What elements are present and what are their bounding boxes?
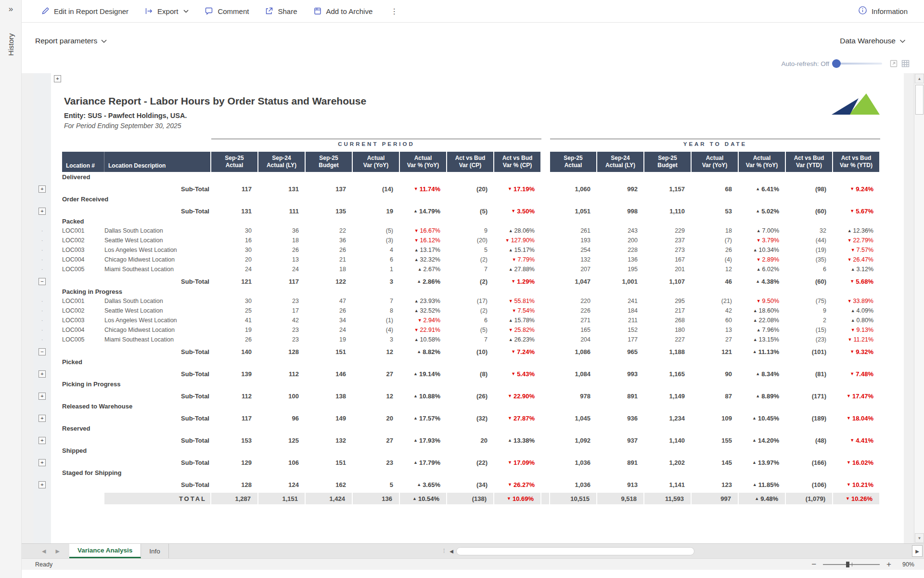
order-status-label: Packing in Progress <box>62 287 211 296</box>
scroll-left-icon[interactable]: ◀ <box>449 549 453 554</box>
value-cell: 136 <box>597 255 644 264</box>
subtotal-row: +Sub-Total1179614920▲17.57%(32)▼27.87%1,… <box>34 413 895 423</box>
value-cell: (20) <box>447 184 494 194</box>
value-cell: 4 <box>353 245 400 255</box>
tab-info[interactable]: Info <box>141 544 169 558</box>
outline-level-dot: · <box>41 298 43 304</box>
location-number-cell: LOC003 <box>62 315 104 325</box>
zoom-slider[interactable] <box>823 564 880 565</box>
location-row: ·LOC002Seattle West Location161836(3)▼16… <box>34 236 895 245</box>
add-to-archive-button[interactable]: Add to Archive <box>313 7 373 15</box>
group-row: Picked <box>34 357 895 367</box>
value-cell: (14) <box>353 184 400 194</box>
outline-toggle-button[interactable]: − <box>38 348 46 355</box>
group-row: Delivered <box>34 172 895 182</box>
value-cell: ▲12.36% <box>833 226 880 236</box>
next-sheet-icon[interactable]: ▶ <box>55 548 59 554</box>
value-cell: (4) <box>692 255 739 264</box>
comment-button[interactable]: Comment <box>205 7 249 15</box>
value-cell: (101) <box>786 346 833 357</box>
expand-history-button[interactable]: » <box>0 0 22 18</box>
more-options-button[interactable]: ⋮ <box>388 7 400 16</box>
auto-refresh-slider[interactable] <box>834 63 882 65</box>
value-cell: 200 <box>597 236 644 245</box>
scroll-down-icon[interactable]: ▼ <box>915 533 924 543</box>
information-button[interactable]: Information <box>858 6 908 16</box>
outline-level-dot: · <box>41 266 43 272</box>
location-number-cell: LOC004 <box>62 255 104 264</box>
zoom-out-button[interactable]: − <box>811 560 816 568</box>
auto-refresh-knob[interactable] <box>832 59 841 68</box>
order-status-label: Shipped <box>62 446 211 455</box>
spreadsheet-canvas: + Variance Report - Labor Hours by Order… <box>34 73 904 543</box>
col-header-ytd-3: ActualVar (YoY) <box>692 152 739 172</box>
group-row: Packed <box>34 216 895 226</box>
report-period: For Period Ending September 30, 2025 <box>64 122 181 130</box>
value-cell: ▲9.48% <box>739 493 786 504</box>
value-cell: 23 <box>258 296 306 306</box>
zoom-in-button[interactable]: + <box>886 560 891 568</box>
value-cell: ▼16.02% <box>833 457 880 468</box>
outline-level-dot: · <box>41 237 43 243</box>
outline-toggle-button[interactable]: + <box>38 208 46 215</box>
value-cell: 124 <box>258 479 306 490</box>
outline-gutter: · <box>34 264 51 274</box>
outline-toggle-button[interactable]: + <box>38 185 46 193</box>
prev-sheet-icon[interactable]: ◀ <box>42 548 46 554</box>
share-icon <box>265 7 273 15</box>
vertical-scroll-thumb[interactable] <box>915 85 924 115</box>
value-cell: 117 <box>211 413 258 423</box>
report-entity: Entity: SUS - Pawfect Holdings, USA. <box>64 112 187 119</box>
outline-level-dot: · <box>41 317 43 323</box>
value-cell: 109 <box>692 413 739 423</box>
column-outline-toggle-button[interactable]: + <box>54 75 61 82</box>
auto-refresh-label: Auto-refresh: Off <box>781 60 829 67</box>
zoom-slider-thumb[interactable] <box>846 562 849 567</box>
horizontal-scroll-thumb[interactable] <box>456 547 694 555</box>
scrollbar-grip-icon[interactable]: ⁞ <box>443 548 445 554</box>
data-source-dropdown[interactable]: Data Warehouse <box>840 37 906 45</box>
col-header-ytd-6: Act vs BudVar % (YTD) <box>833 152 880 172</box>
value-cell: (48) <box>786 435 833 446</box>
outline-toggle-button[interactable]: + <box>38 459 46 466</box>
value-cell: 17 <box>258 306 306 315</box>
value-cell: ▲10.34% <box>739 245 786 255</box>
group-row: Picking in Progress <box>34 379 895 389</box>
outline-toggle-button[interactable]: + <box>38 370 46 378</box>
value-cell: 137 <box>306 184 353 194</box>
value-cell: 9 <box>786 306 833 315</box>
location-row: ·LOC005Miami Southeast Location2424181▲2… <box>34 264 895 274</box>
edit-in-report-designer-button[interactable]: Edit in Report Designer <box>41 7 128 15</box>
location-description-cell: Los Angeles West Location <box>104 315 211 325</box>
value-cell: ▼10.26% <box>833 493 880 504</box>
export-button[interactable]: Export <box>144 7 189 15</box>
value-cell: (26) <box>447 391 494 401</box>
outline-toggle-button[interactable]: − <box>38 278 46 285</box>
outline-toggle-button[interactable]: + <box>38 437 46 444</box>
value-cell: ▼25.82% <box>494 325 541 335</box>
value-cell: ▼7.48% <box>833 368 880 379</box>
value-cell: 25 <box>211 306 258 315</box>
value-cell: 138 <box>306 391 353 401</box>
report-parameters-dropdown[interactable]: Report parameters <box>35 37 107 45</box>
vertical-scrollbar[interactable]: ▲ ▼ <box>914 73 924 543</box>
popout-icon[interactable] <box>890 60 898 67</box>
outline-toggle-button[interactable]: + <box>38 415 46 422</box>
value-cell: 68 <box>692 184 739 194</box>
share-button[interactable]: Share <box>265 7 297 15</box>
scroll-up-icon[interactable]: ▲ <box>915 74 924 83</box>
outline-toggle-button[interactable]: + <box>38 481 46 488</box>
history-panel-label[interactable]: History <box>7 33 15 56</box>
value-cell: ▲10.45% <box>739 413 786 423</box>
value-cell: 13 <box>692 325 739 335</box>
value-cell: ▼17.19% <box>494 184 541 194</box>
grid-view-icon[interactable] <box>901 60 910 67</box>
value-cell: 1,060 <box>550 184 597 194</box>
value-cell: 122 <box>306 276 353 287</box>
value-cell: 132 <box>306 435 353 446</box>
outline-toggle-button[interactable]: + <box>38 393 46 400</box>
col-header-ytd-2: Sep-25Budget <box>644 152 692 172</box>
location-row: ·LOC004Chicago Midwest Location2013216▲3… <box>34 255 895 264</box>
scroll-right-icon[interactable]: ▶ <box>912 545 923 557</box>
tab-variance-analysis[interactable]: Variance Analysis <box>69 544 141 558</box>
